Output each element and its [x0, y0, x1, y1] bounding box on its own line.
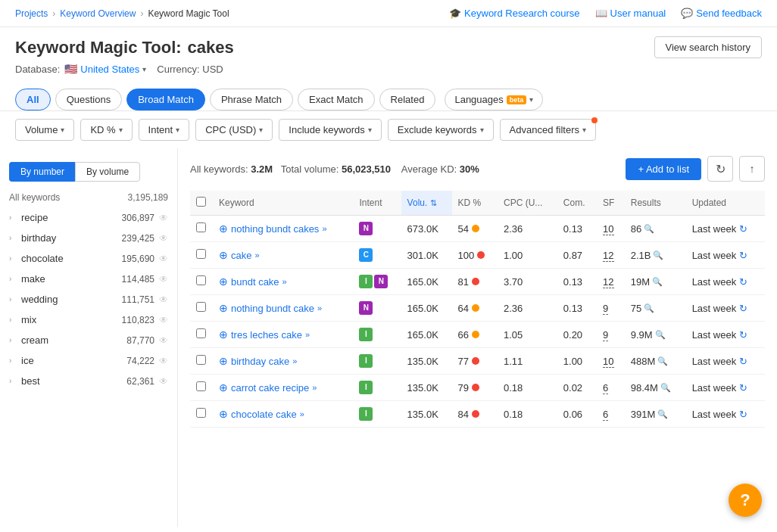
sf-link-0[interactable]: 10 [603, 223, 613, 235]
intent-badge-i: I [359, 354, 373, 368]
breadcrumb-projects[interactable]: Projects [15, 8, 48, 19]
row-refresh-icon-1[interactable]: ↻ [739, 250, 747, 261]
intent-filter[interactable]: Intent ▾ [139, 119, 190, 141]
avg-kd: 30% [460, 163, 479, 175]
tab-exact-match[interactable]: Exact Match [298, 89, 375, 110]
export-button[interactable]: ↑ [739, 156, 765, 182]
sidebar-item-recipe[interactable]: › recipe 306,897 👁 [0, 207, 177, 228]
sf-link-4[interactable]: 9 [603, 329, 608, 341]
send-feedback-link[interactable]: 💬 Send feedback [681, 8, 762, 19]
sidebar-item-cream[interactable]: › cream 87,770 👁 [0, 330, 177, 350]
stats-prefix: All keywords: [190, 163, 248, 175]
sidebar-item-mix[interactable]: › mix 110,823 👁 [0, 310, 177, 330]
keyword-link-3[interactable]: ⊕ nothing bundt cake » [219, 302, 347, 314]
row-refresh-icon-7[interactable]: ↻ [739, 409, 747, 420]
row-refresh-icon-0[interactable]: ↻ [739, 223, 747, 235]
row-checkbox-6[interactable] [196, 381, 206, 391]
sf-link-6[interactable]: 6 [603, 382, 608, 394]
row-refresh-icon-2[interactable]: ↻ [739, 276, 747, 288]
sidebar-item-ice[interactable]: › ice 74,222 👁 [0, 350, 177, 371]
kd-filter[interactable]: KD % ▾ [80, 119, 132, 141]
sidebar-item-make[interactable]: › make 114,485 👁 [0, 269, 177, 289]
row-checkbox-1[interactable] [196, 249, 206, 259]
advanced-filters[interactable]: Advanced filters ▾ [500, 119, 597, 141]
cpc-filter[interactable]: CPC (USD) ▾ [195, 119, 273, 141]
results-row-0: 86 🔍 [631, 223, 680, 235]
languages-dropdown[interactable]: Languages beta ▾ [445, 89, 543, 110]
eye-icon-birthday[interactable]: 👁 [159, 233, 168, 244]
view-history-button[interactable]: View search history [654, 36, 762, 58]
select-all-checkbox[interactable] [196, 197, 206, 207]
eye-icon-mix[interactable]: 👁 [159, 315, 168, 325]
row-volume-cell: 673.0K [401, 216, 452, 242]
row-checkbox-5[interactable] [196, 355, 206, 365]
sidebar-keyword-birthday: birthday [21, 232, 56, 244]
breadcrumb-keyword-overview[interactable]: Keyword Overview [60, 8, 136, 19]
eye-icon-best[interactable]: 👁 [159, 376, 168, 387]
row-kd-cell: 54 [452, 216, 498, 242]
eye-icon-ice[interactable]: 👁 [159, 356, 168, 366]
sidebar-item-best[interactable]: › best 62,361 👁 [0, 371, 177, 391]
keyword-link-0[interactable]: ⊕ nothing bundt cakes » [219, 222, 347, 235]
row-refresh-icon-3[interactable]: ↻ [739, 303, 747, 314]
row-com-cell: 0.13 [557, 269, 597, 295]
row-checkbox-7[interactable] [196, 408, 206, 418]
row-refresh-icon-4[interactable]: ↻ [739, 329, 747, 341]
database-select[interactable]: 🇺🇸 United States ▾ [64, 63, 146, 75]
eye-icon-recipe[interactable]: 👁 [159, 213, 168, 223]
header-volume[interactable]: Volu. ⇅ [401, 191, 452, 216]
toggle-by-volume[interactable]: By volume [75, 162, 140, 182]
tab-questions[interactable]: Questions [55, 89, 123, 110]
row-kd-cell: 66 [452, 322, 498, 348]
sf-link-5[interactable]: 10 [603, 356, 613, 368]
tab-phrase-match[interactable]: Phrase Match [210, 89, 293, 110]
keyword-research-course-link[interactable]: 🎓 Keyword Research course [449, 8, 579, 19]
add-to-list-button[interactable]: + Add to list [626, 158, 701, 180]
include-keywords-filter[interactable]: Include keywords ▾ [279, 119, 381, 141]
keyword-link-5[interactable]: ⊕ birthday cake » [219, 355, 347, 367]
eye-icon-cream[interactable]: 👁 [159, 335, 168, 346]
results-row-5: 488M 🔍 [631, 356, 680, 367]
eye-icon-chocolate[interactable]: 👁 [159, 254, 168, 264]
volume-chevron-icon: ▾ [61, 126, 64, 134]
user-manual-link[interactable]: 📖 User manual [595, 8, 666, 19]
refresh-button[interactable]: ↻ [707, 156, 733, 182]
sf-link-1[interactable]: 12 [603, 250, 613, 262]
row-refresh-icon-6[interactable]: ↻ [739, 382, 747, 394]
keyword-link-7[interactable]: ⊕ chocolate cake » [219, 408, 347, 420]
row-results-cell: 98.4M 🔍 [625, 375, 686, 401]
sf-link-7[interactable]: 6 [603, 409, 608, 421]
row-volume-cell: 165.0K [401, 322, 452, 348]
row-checkbox-0[interactable] [196, 222, 206, 232]
kd-dot-6 [472, 384, 479, 391]
toggle-by-number[interactable]: By number [9, 162, 75, 182]
help-button[interactable]: ? [729, 484, 762, 517]
keyword-link-2[interactable]: ⊕ bundt cake » [219, 275, 347, 288]
keyword-link-4[interactable]: ⊕ tres leches cake » [219, 328, 347, 341]
exclude-keywords-filter[interactable]: Exclude keywords ▾ [388, 119, 494, 141]
sidebar-keyword-mix: mix [21, 314, 36, 325]
row-checkbox-2[interactable] [196, 275, 206, 285]
keyword-link-1[interactable]: ⊕ cake » [219, 249, 347, 261]
header: Keyword Magic Tool: cakes View search hi… [0, 27, 777, 81]
row-refresh-icon-5[interactable]: ↻ [739, 356, 747, 367]
keyword-link-6[interactable]: ⊕ carrot cake recipe » [219, 381, 347, 394]
breadcrumb-sep2: › [140, 8, 143, 19]
eye-icon-wedding[interactable]: 👁 [159, 294, 168, 305]
sidebar-item-wedding[interactable]: › wedding 111,751 👁 [0, 289, 177, 310]
tab-related[interactable]: Related [379, 89, 436, 110]
intent-row-6: I [359, 381, 395, 394]
tab-broad-match[interactable]: Broad Match [126, 89, 205, 110]
sf-link-2[interactable]: 12 [603, 276, 613, 288]
sidebar-item-chocolate[interactable]: › chocolate 195,690 👁 [0, 248, 177, 269]
row-checkbox-3[interactable] [196, 302, 206, 312]
add-icon-4: ⊕ [219, 328, 228, 341]
eye-icon-make[interactable]: 👁 [159, 274, 168, 285]
volume-filter[interactable]: Volume ▾ [15, 119, 74, 141]
row-kd-cell: 64 [452, 295, 498, 322]
row-checkbox-4[interactable] [196, 328, 206, 338]
sf-link-3[interactable]: 9 [603, 303, 608, 315]
tab-all[interactable]: All [15, 89, 51, 110]
sidebar-item-birthday[interactable]: › birthday 239,425 👁 [0, 228, 177, 248]
intent-row-5: I [359, 354, 395, 368]
